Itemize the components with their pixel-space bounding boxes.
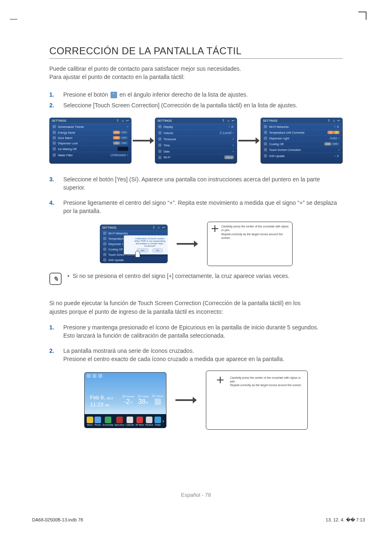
chevron-up-icon[interactable]: › ∧ bbox=[229, 125, 234, 129]
light-icon bbox=[264, 137, 267, 140]
home-icon[interactable]: ⌂ bbox=[158, 226, 160, 229]
row-label[interactable]: Volume bbox=[164, 132, 173, 134]
date-icon bbox=[158, 150, 161, 153]
panel-header-icons: ⇪ ⌂ ↩ bbox=[116, 119, 129, 123]
crosshair-target-icon[interactable] bbox=[217, 377, 224, 383]
wifi-toggle[interactable]: ON ∨ bbox=[224, 155, 234, 159]
share-icon[interactable]: ⇪ bbox=[222, 119, 225, 123]
home-icon[interactable]: ⌂ bbox=[122, 119, 124, 123]
title-rule bbox=[49, 58, 343, 59]
chevron-up-icon[interactable]: › ∧ bbox=[334, 125, 340, 129]
row-label: Cooling Off bbox=[108, 248, 123, 251]
para-line: ajustes porque el punto de ingreso de la… bbox=[49, 308, 223, 315]
row-label[interactable]: Touch Screen Correction bbox=[269, 148, 301, 151]
app-twitter[interactable]: Twitter bbox=[154, 417, 161, 426]
freezer-temp: -2 bbox=[124, 398, 130, 405]
crosshair-target-icon[interactable] bbox=[212, 225, 218, 232]
row-label[interactable]: Water Filter bbox=[58, 154, 73, 157]
down-chevron-button[interactable]: ˅ bbox=[111, 92, 117, 98]
chevron-right-icon[interactable]: › bbox=[233, 137, 234, 141]
calibration-screens-row: SETTINGS⇪⌂↩ Wi-Fi Networks Temperature D… bbox=[49, 222, 343, 266]
row-label[interactable]: Time bbox=[164, 144, 170, 147]
toggle-off[interactable]: OFF bbox=[120, 131, 128, 134]
row-label[interactable]: Door Alarm bbox=[58, 137, 72, 139]
chevron-down-icon[interactable]: › ∨ bbox=[334, 154, 340, 158]
app-label: Calendar bbox=[126, 424, 134, 426]
app-label: Photos bbox=[95, 424, 101, 426]
timezone-icon bbox=[158, 137, 161, 141]
app-photos[interactable]: Photos bbox=[95, 417, 101, 426]
cooling-icon bbox=[264, 142, 267, 146]
app-memo[interactable]: Memo bbox=[87, 417, 93, 426]
hand-cursor-icon bbox=[134, 249, 141, 257]
screensaver-icon bbox=[53, 125, 56, 128]
share-icon[interactable]: ⇪ bbox=[116, 119, 119, 123]
print-footer-right: 13. 12. 4. �� 7:13 bbox=[326, 517, 365, 523]
row-label[interactable]: Display bbox=[164, 125, 173, 128]
dock-scroll-right-icon[interactable]: › bbox=[162, 418, 164, 424]
home-icon[interactable]: ⌂ bbox=[333, 119, 335, 123]
toggle-off[interactable]: OFF bbox=[120, 136, 128, 139]
chevron-right-icon[interactable]: › bbox=[338, 148, 339, 152]
app-calendar[interactable]: Calendar bbox=[126, 417, 134, 426]
back-icon[interactable]: ↩ bbox=[337, 119, 340, 123]
row-label[interactable]: Dispenser Lock bbox=[58, 142, 78, 145]
unit-c-button[interactable]: °C bbox=[327, 131, 334, 134]
toggle-on[interactable]: ON bbox=[113, 141, 120, 145]
app-epicurious[interactable]: Epicurious bbox=[115, 417, 124, 426]
row-label[interactable]: Wi-Fi Networks bbox=[269, 125, 288, 128]
step-3-text: Seleccione el botón [Yes] (Sí). Aparece … bbox=[63, 175, 343, 192]
chevron-right-icon[interactable]: › bbox=[127, 125, 128, 129]
row-value[interactable]: Auto › bbox=[330, 136, 339, 140]
toggle-off[interactable]: OFF bbox=[120, 141, 128, 145]
row-label[interactable]: Timezone bbox=[164, 138, 176, 141]
app-label: Epicurious bbox=[115, 424, 124, 426]
chevron-right-icon[interactable]: › bbox=[233, 149, 234, 153]
no-button[interactable]: No bbox=[152, 248, 163, 252]
update-icon bbox=[264, 154, 267, 157]
row-value[interactable]: 3 Level › bbox=[219, 131, 234, 135]
app-icon bbox=[127, 417, 133, 423]
row-label[interactable]: Dispenser Light bbox=[269, 137, 289, 140]
row-label[interactable]: S/W Update bbox=[269, 155, 285, 157]
toggle-on[interactable]: ON bbox=[324, 142, 331, 146]
row-label[interactable]: Wi-Fi bbox=[164, 156, 170, 159]
step-c1-text: Presione y mantenga presionado el ícono … bbox=[63, 323, 318, 340]
step-number: 1. bbox=[49, 90, 56, 99]
row-label[interactable]: Cooling Off bbox=[269, 143, 284, 146]
ice-thumbnail bbox=[118, 147, 128, 151]
app-dock: MemoPhotosGroceryMgrEpicuriousCalendarAP… bbox=[84, 414, 166, 428]
app-ap news[interactable]: AP News bbox=[136, 417, 144, 426]
back-icon[interactable]: ↩ bbox=[162, 226, 165, 229]
app-grocerymgr[interactable]: GroceryMgr bbox=[102, 417, 113, 426]
paragraph-alt-method: Si no puede ejecutar la función de Touch… bbox=[49, 299, 343, 316]
toggle-on[interactable]: ON bbox=[113, 131, 120, 134]
app-pandora[interactable]: Pandora bbox=[145, 417, 153, 426]
steps-set-b: 3. Seleccione el botón [Yes] (Sí). Apare… bbox=[49, 175, 343, 215]
calibration-instruction-2: Repeat correctly as the target moves aro… bbox=[221, 232, 289, 240]
intro-block: Puede calibrar el punto de contacto para… bbox=[49, 65, 343, 81]
share-icon[interactable]: ⇪ bbox=[327, 119, 330, 123]
door-alarm-icon bbox=[53, 136, 56, 139]
row-label[interactable]: Energy Saver bbox=[58, 131, 75, 134]
calibration-instruction-2: Repeat correctly as the target moves aro… bbox=[230, 383, 304, 387]
row-label[interactable]: Screensaver Theme bbox=[58, 125, 84, 128]
row-label[interactable]: Temperature Unit Converter bbox=[269, 131, 304, 134]
chevron-right-icon[interactable]: › bbox=[233, 143, 234, 147]
home-icon[interactable]: ⌂ bbox=[227, 119, 229, 123]
unit-f-button[interactable]: °F bbox=[334, 131, 339, 134]
toggle-off[interactable]: OFF bbox=[331, 142, 339, 146]
calibration-screen[interactable]: Carefully press the center of the crossh… bbox=[207, 222, 293, 266]
home-date: Feb 8, bbox=[90, 394, 106, 401]
calibration-screen-large[interactable]: Carefully press the center of the crossh… bbox=[206, 371, 308, 430]
row-label[interactable]: Date bbox=[164, 150, 170, 153]
cubed-ice-icon[interactable] bbox=[154, 398, 161, 405]
row-label[interactable]: Ice Making Off bbox=[58, 148, 76, 151]
back-icon[interactable]: ↩ bbox=[126, 119, 129, 123]
row-value[interactable]: Unknown › bbox=[111, 153, 128, 157]
share-icon[interactable]: ⇪ bbox=[152, 226, 155, 229]
toggle-on[interactable]: ON bbox=[113, 136, 120, 139]
home-ampm: AM bbox=[105, 404, 109, 407]
back-icon[interactable]: ↩ bbox=[232, 119, 235, 123]
app-label: GroceryMgr bbox=[102, 424, 113, 426]
